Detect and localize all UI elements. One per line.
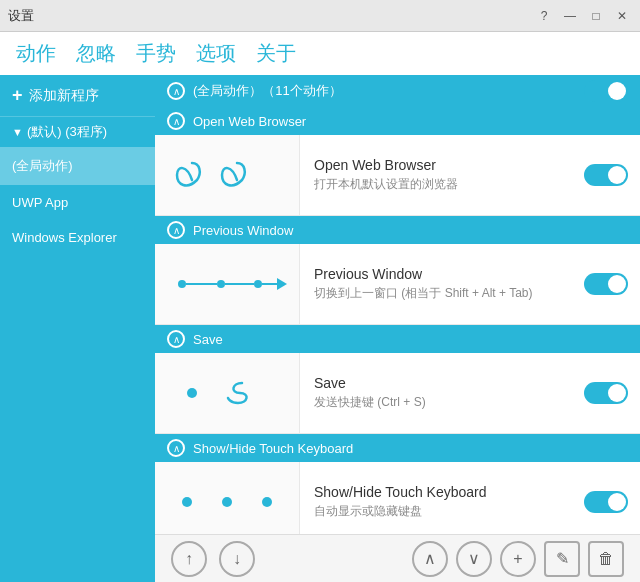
save-toggle-area	[572, 382, 640, 404]
collapse-icon: ▼	[12, 126, 23, 138]
close-button[interactable]: ✕	[612, 6, 632, 26]
save-collapse-icon[interactable]: ∧	[167, 330, 185, 348]
prev-icon: ∧	[424, 549, 436, 568]
main-content: + 添加新程序 ▼ (默认) (3程序) (全局动作) UWP App Wind…	[0, 75, 640, 582]
pw-desc: 切换到上一窗口 (相当于 Shift + Alt + Tab)	[314, 285, 558, 302]
action-row-keyboard: Show/Hide Touch Keyboard 自动显示或隐藏键盘	[155, 462, 640, 534]
export-icon: ↑	[185, 550, 193, 568]
delete-button[interactable]: 🗑	[588, 541, 624, 577]
section-header-save: ∧ Save	[155, 325, 640, 353]
save-desc: 发送快捷键 (Ctrl + S)	[314, 394, 558, 411]
add-icon: +	[513, 550, 522, 568]
svg-point-9	[222, 497, 232, 507]
bottom-bar: ↑ ↓ ∧ ∨ + ✎	[155, 534, 640, 582]
save-title: Save	[314, 375, 558, 391]
keyboard-desc: 自动显示或隐藏键盘	[314, 503, 558, 520]
bottom-left-controls: ↑ ↓	[171, 541, 255, 577]
add-program-label: 添加新程序	[29, 87, 99, 105]
svg-point-4	[254, 280, 262, 288]
export-button[interactable]: ↑	[171, 541, 207, 577]
gesture-area-pw[interactable]	[155, 244, 300, 324]
svg-point-7	[187, 388, 197, 398]
actions-list: ∧ (全局动作）（11个动作） ∧ Open Web Browser	[155, 75, 640, 534]
global-collapse-icon[interactable]: ∧	[167, 82, 185, 100]
svg-point-2	[217, 280, 225, 288]
sidebar-global-label: (全局动作)	[12, 158, 73, 173]
gesture-svg-save	[162, 363, 292, 423]
right-content: ∧ (全局动作）（11个动作） ∧ Open Web Browser	[155, 75, 640, 582]
sidebar-uwp-label: UWP App	[12, 195, 68, 210]
nav-item-options[interactable]: 选项	[196, 40, 236, 67]
save-section-label: Save	[193, 332, 223, 347]
nav-bar: 动作 忽略 手势 选项 关于	[0, 32, 640, 75]
nav-item-ignore[interactable]: 忽略	[76, 40, 116, 67]
keyboard-toggle-area	[572, 491, 640, 513]
title-bar-controls: ? — □ ✕	[534, 6, 632, 26]
help-button[interactable]: ?	[534, 6, 554, 26]
gesture-svg-keyboard	[162, 472, 292, 532]
add-program-button[interactable]: + 添加新程序	[0, 75, 155, 117]
gesture-svg-pw	[162, 254, 292, 314]
sidebar-item-windows-explorer[interactable]: Windows Explorer	[0, 220, 155, 255]
keyboard-toggle[interactable]	[584, 491, 628, 513]
global-actions-label: (全局动作）（11个动作）	[193, 82, 342, 100]
section-header-open-web-browser: ∧ Open Web Browser	[155, 107, 640, 135]
sidebar-item-global[interactable]: (全局动作)	[0, 147, 155, 185]
next-button[interactable]: ∨	[456, 541, 492, 577]
title-bar: 设置 ? — □ ✕	[0, 0, 640, 32]
gesture-area-keyboard[interactable]	[155, 462, 300, 534]
owb-toggle-area	[572, 164, 640, 186]
prev-button[interactable]: ∧	[412, 541, 448, 577]
delete-icon: 🗑	[598, 550, 614, 568]
owb-title: Open Web Browser	[314, 157, 558, 173]
save-toggle[interactable]	[584, 382, 628, 404]
add-icon: +	[12, 85, 23, 106]
maximize-button[interactable]: □	[586, 6, 606, 26]
sidebar-windows-explorer-label: Windows Explorer	[12, 230, 117, 245]
pw-toggle[interactable]	[584, 273, 628, 295]
owb-toggle[interactable]	[584, 164, 628, 186]
edit-icon: ✎	[556, 549, 569, 568]
sidebar-item-uwp[interactable]: UWP App	[0, 185, 155, 220]
action-info-owb: Open Web Browser 打开本机默认设置的浏览器	[300, 147, 572, 203]
edit-button[interactable]: ✎	[544, 541, 580, 577]
owb-collapse-icon[interactable]: ∧	[167, 112, 185, 130]
sidebar-default-label: (默认) (3程序)	[27, 123, 107, 141]
nav-item-about[interactable]: 关于	[256, 40, 296, 67]
keyboard-title: Show/Hide Touch Keyboard	[314, 484, 558, 500]
gesture-area-owb[interactable]	[155, 135, 300, 215]
bottom-right-controls: ∧ ∨ + ✎ 🗑	[412, 541, 624, 577]
import-button[interactable]: ↓	[219, 541, 255, 577]
svg-point-8	[182, 497, 192, 507]
owb-desc: 打开本机默认设置的浏览器	[314, 176, 558, 193]
owb-section-label: Open Web Browser	[193, 114, 306, 129]
svg-marker-6	[277, 278, 287, 290]
action-info-save: Save 发送快捷键 (Ctrl + S)	[300, 365, 572, 421]
minimize-button[interactable]: —	[560, 6, 580, 26]
sidebar-default-section[interactable]: ▼ (默认) (3程序)	[0, 117, 155, 147]
nav-item-action[interactable]: 动作	[16, 40, 56, 67]
next-icon: ∨	[468, 549, 480, 568]
add-action-button[interactable]: +	[500, 541, 536, 577]
action-row-open-web-browser: Open Web Browser 打开本机默认设置的浏览器	[155, 135, 640, 216]
keyboard-section-label: Show/Hide Touch Keyboard	[193, 441, 353, 456]
global-toggle[interactable]	[584, 80, 628, 102]
section-header-previous-window: ∧ Previous Window	[155, 216, 640, 244]
section-header-keyboard: ∧ Show/Hide Touch Keyboard	[155, 434, 640, 462]
import-icon: ↓	[233, 550, 241, 568]
pw-collapse-icon[interactable]: ∧	[167, 221, 185, 239]
action-info-pw: Previous Window 切换到上一窗口 (相当于 Shift + Alt…	[300, 256, 572, 312]
action-row-save: Save 发送快捷键 (Ctrl + S)	[155, 353, 640, 434]
action-row-previous-window: Previous Window 切换到上一窗口 (相当于 Shift + Alt…	[155, 244, 640, 325]
gesture-area-save[interactable]	[155, 353, 300, 433]
main-window: 设置 ? — □ ✕ 动作 忽略 手势 选项 关于 + 添加新程序 ▼ (默认)…	[0, 0, 640, 582]
keyboard-collapse-icon[interactable]: ∧	[167, 439, 185, 457]
gesture-svg-owb	[162, 145, 292, 205]
global-actions-header: ∧ (全局动作）（11个动作）	[155, 75, 640, 107]
svg-point-10	[262, 497, 272, 507]
sidebar: + 添加新程序 ▼ (默认) (3程序) (全局动作) UWP App Wind…	[0, 75, 155, 582]
title-bar-text: 设置	[8, 7, 34, 25]
nav-item-gesture[interactable]: 手势	[136, 40, 176, 67]
pw-section-label: Previous Window	[193, 223, 293, 238]
action-info-keyboard: Show/Hide Touch Keyboard 自动显示或隐藏键盘	[300, 474, 572, 530]
